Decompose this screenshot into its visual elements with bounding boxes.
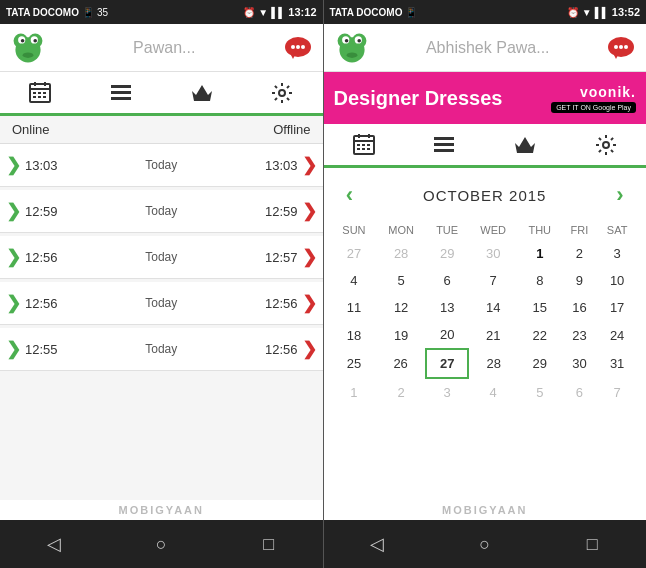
- session-time-off: 12:59: [260, 204, 298, 219]
- calendar-day[interactable]: 1: [518, 240, 562, 267]
- calendar-next[interactable]: ›: [606, 182, 634, 208]
- calendar-day[interactable]: 21: [468, 321, 518, 349]
- left-recent-button[interactable]: □: [255, 530, 283, 558]
- calendar-day[interactable]: 27: [332, 240, 377, 267]
- svg-point-55: [603, 142, 609, 148]
- calendar-day[interactable]: 26: [376, 349, 426, 378]
- calendar-day[interactable]: 22: [518, 321, 562, 349]
- calendar-day[interactable]: 20: [426, 321, 468, 349]
- svg-point-34: [357, 39, 361, 43]
- session-time-off: 12:57: [260, 250, 298, 265]
- left-crown-tab[interactable]: [182, 75, 222, 111]
- svg-point-35: [346, 52, 357, 57]
- svg-rect-17: [33, 92, 36, 94]
- calendar-day[interactable]: 19: [376, 321, 426, 349]
- calendar-day[interactable]: 2: [562, 240, 598, 267]
- calendar-day[interactable]: 2: [376, 378, 426, 406]
- right-recent-button[interactable]: □: [578, 530, 606, 558]
- right-chat-icon[interactable]: [606, 33, 636, 63]
- right-watermark: MOBIGYAAN: [324, 500, 647, 520]
- left-alarm-icon: ⏰: [243, 7, 255, 18]
- right-toolbar: [324, 124, 647, 168]
- calendar-day[interactable]: 8: [518, 267, 562, 294]
- calendar-day[interactable]: 3: [597, 240, 637, 267]
- calendar-day[interactable]: 24: [597, 321, 637, 349]
- calendar-day[interactable]: 15: [518, 294, 562, 321]
- session-time-on: 12:56: [25, 296, 63, 311]
- left-settings-tab[interactable]: [262, 75, 302, 111]
- calendar-day[interactable]: 1: [332, 378, 377, 406]
- right-top-bar: Abhishek Pawa...: [324, 24, 647, 72]
- calendar-day[interactable]: 11: [332, 294, 377, 321]
- calendar-header: ‹ OCTOBER 2015 ›: [332, 176, 639, 214]
- calendar-day[interactable]: 29: [426, 240, 468, 267]
- calendar-day[interactable]: 28: [468, 349, 518, 378]
- calendar-day[interactable]: 30: [562, 349, 598, 378]
- svg-rect-49: [362, 148, 365, 150]
- calendar-day[interactable]: 23: [562, 321, 598, 349]
- left-list-tab[interactable]: [101, 75, 141, 111]
- svg-point-27: [279, 90, 285, 96]
- ad-banner[interactable]: Designer Dresses voonik. GET IT ON Googl…: [324, 72, 647, 124]
- session-row: ❯ 12:56 Today 12:56 ❯: [0, 282, 323, 325]
- calendar-day[interactable]: 28: [376, 240, 426, 267]
- left-toolbar: [0, 72, 323, 116]
- svg-rect-46: [362, 144, 365, 146]
- calendar-day[interactable]: 18: [332, 321, 377, 349]
- calendar-day[interactable]: 31: [597, 349, 637, 378]
- right-settings-tab[interactable]: [586, 127, 626, 163]
- svg-rect-25: [111, 97, 131, 100]
- calendar-prev[interactable]: ‹: [336, 182, 364, 208]
- calendar-day[interactable]: 10: [597, 267, 637, 294]
- calendar-day[interactable]: 13: [426, 294, 468, 321]
- voonik-logo: voonik.: [580, 84, 636, 100]
- calendar-day[interactable]: 16: [562, 294, 598, 321]
- calendar-day[interactable]: 29: [518, 349, 562, 378]
- calendar-day[interactable]: 6: [426, 267, 468, 294]
- svg-rect-45: [357, 144, 360, 146]
- calendar-day-header: SAT: [597, 220, 637, 240]
- calendar-day[interactable]: 30: [468, 240, 518, 267]
- calendar-day-header: MON: [376, 220, 426, 240]
- session-offline-arrow: ❯: [302, 200, 317, 222]
- svg-marker-26: [192, 85, 212, 101]
- svg-rect-23: [111, 85, 131, 88]
- calendar-day[interactable]: 9: [562, 267, 598, 294]
- calendar-day[interactable]: 5: [518, 378, 562, 406]
- session-offline-arrow: ❯: [302, 338, 317, 360]
- left-calendar-tab[interactable]: [20, 75, 60, 111]
- session-online-arrow: ❯: [6, 292, 21, 314]
- online-offline-header: Online Offline: [0, 116, 323, 144]
- calendar-day-header: WED: [468, 220, 518, 240]
- right-back-button[interactable]: ◁: [363, 530, 391, 558]
- calendar-day[interactable]: 5: [376, 267, 426, 294]
- calendar-day[interactable]: 27: [426, 349, 468, 378]
- calendar-day[interactable]: 25: [332, 349, 377, 378]
- svg-rect-18: [38, 92, 41, 94]
- calendar-day[interactable]: 7: [468, 267, 518, 294]
- calendar-day[interactable]: 7: [597, 378, 637, 406]
- right-panel: TATA DOCOMO 📱 ⏰ ▼ ▌▌ 13:52 Abhishek Pawa…: [324, 0, 647, 568]
- calendar-day[interactable]: 4: [468, 378, 518, 406]
- svg-point-40: [624, 45, 628, 49]
- calendar-day[interactable]: 17: [597, 294, 637, 321]
- right-crown-tab[interactable]: [505, 127, 545, 163]
- calendar-day[interactable]: 4: [332, 267, 377, 294]
- left-time: 13:12: [288, 6, 316, 18]
- session-row: ❯ 13:03 Today 13:03 ❯: [0, 144, 323, 187]
- right-home-button[interactable]: ○: [471, 530, 499, 558]
- right-user-name: Abhishek Pawa...: [370, 39, 607, 57]
- svg-rect-20: [33, 96, 36, 98]
- right-list-tab[interactable]: [424, 127, 464, 163]
- calendar-day[interactable]: 6: [562, 378, 598, 406]
- left-back-button[interactable]: ◁: [40, 530, 68, 558]
- session-date: Today: [63, 158, 260, 172]
- left-chat-icon[interactable]: [283, 33, 313, 63]
- right-calendar-tab[interactable]: [344, 127, 384, 163]
- calendar-day[interactable]: 14: [468, 294, 518, 321]
- left-home-button[interactable]: ○: [147, 530, 175, 558]
- session-offline-arrow: ❯: [302, 246, 317, 268]
- calendar-day[interactable]: 3: [426, 378, 468, 406]
- calendar-day[interactable]: 12: [376, 294, 426, 321]
- right-bottom-nav: ◁ ○ □: [324, 520, 647, 568]
